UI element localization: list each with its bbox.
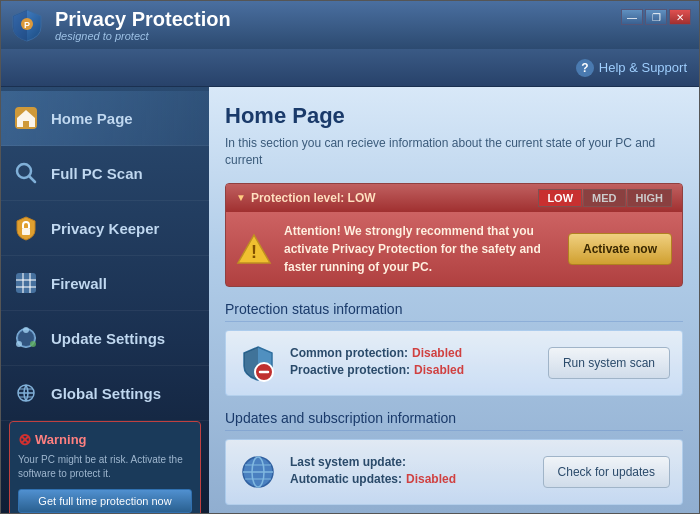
svg-text:P: P xyxy=(24,20,30,30)
app-logo: P xyxy=(9,7,45,43)
svg-rect-6 xyxy=(16,273,36,293)
main-area: Home Page Full PC Scan xyxy=(1,87,699,513)
updates-section: Updates and subscription information xyxy=(225,410,683,505)
sidebar-item-update[interactable]: Update Settings xyxy=(1,311,209,366)
status-section: Protection status information Common pro… xyxy=(225,301,683,396)
status-details: Common protection: Disabled Proactive pr… xyxy=(290,346,536,380)
close-button[interactable]: ✕ xyxy=(669,9,691,25)
global-icon xyxy=(11,378,41,408)
activate-now-button[interactable]: Activate now xyxy=(568,233,672,265)
run-scan-button[interactable]: Run system scan xyxy=(548,347,670,379)
protection-status-icon xyxy=(238,343,278,383)
level-arrow-icon: ▼ xyxy=(236,192,246,203)
svg-rect-5 xyxy=(22,228,30,235)
last-update-row: Last system update: xyxy=(290,455,531,469)
main-window: P Privacy Protection designed to protect… xyxy=(0,0,700,514)
help-bar: ? Help & Support xyxy=(1,49,699,87)
app-subtitle: designed to protect xyxy=(55,30,231,42)
svg-text:!: ! xyxy=(251,242,257,262)
page-title: Home Page xyxy=(225,103,683,129)
badge-high: HIGH xyxy=(627,189,673,207)
window-controls: — ❐ ✕ xyxy=(621,9,691,25)
protection-message: Attention! We strongly recommend that yo… xyxy=(284,222,556,276)
sidebar-item-privacy-label: Privacy Keeper xyxy=(51,220,159,237)
status-section-title: Protection status information xyxy=(225,301,683,322)
update-icon xyxy=(11,323,41,353)
title-text: Privacy Protection designed to protect xyxy=(55,8,231,42)
sidebar-item-firewall-label: Firewall xyxy=(51,275,107,292)
badge-med: MED xyxy=(583,189,625,207)
sidebar-item-firewall[interactable]: Firewall xyxy=(1,256,209,311)
updates-icon xyxy=(238,452,278,492)
protection-level-bar: ▼ Protection level: LOW LOW MED HIGH xyxy=(226,184,682,212)
updates-details: Last system update: Automatic updates: D… xyxy=(290,455,531,489)
sidebar-item-privacy[interactable]: Privacy Keeper xyxy=(1,201,209,256)
app-title: Privacy Protection xyxy=(55,8,231,30)
sidebar-item-update-label: Update Settings xyxy=(51,330,165,347)
content-area: Home Page In this section you can reciev… xyxy=(209,87,699,513)
minimize-button[interactable]: — xyxy=(621,9,643,25)
warning-title: ⊗ Warning xyxy=(18,430,192,449)
sidebar-item-global-label: Global Settings xyxy=(51,385,161,402)
check-updates-button[interactable]: Check for updates xyxy=(543,456,670,488)
svg-point-13 xyxy=(23,327,29,333)
status-card: Common protection: Disabled Proactive pr… xyxy=(225,330,683,396)
sidebar-item-global[interactable]: Global Settings xyxy=(1,366,209,421)
updates-card: Last system update: Automatic updates: D… xyxy=(225,439,683,505)
firewall-icon xyxy=(11,268,41,298)
warning-triangle-icon: ! xyxy=(236,231,272,267)
sidebar-warning-box: ⊗ Warning Your PC might be at risk. Acti… xyxy=(9,421,201,513)
common-protection-row: Common protection: Disabled xyxy=(290,346,536,360)
protect-button[interactable]: Get full time protection now xyxy=(18,489,192,513)
warning-x-icon: ⊗ xyxy=(18,430,31,449)
protection-level-text: ▼ Protection level: LOW xyxy=(236,191,376,205)
auto-updates-row: Automatic updates: Disabled xyxy=(290,472,531,486)
svg-line-4 xyxy=(29,176,35,182)
help-support-link[interactable]: ? Help & Support xyxy=(576,59,687,77)
scan-icon xyxy=(11,158,41,188)
svg-point-14 xyxy=(30,341,36,347)
svg-point-15 xyxy=(16,341,22,347)
sidebar-item-home-label: Home Page xyxy=(51,110,133,127)
sidebar-item-scan[interactable]: Full PC Scan xyxy=(1,146,209,201)
protection-content: ! Attention! We strongly recommend that … xyxy=(226,212,682,286)
restore-button[interactable]: ❐ xyxy=(645,9,667,25)
badge-low: LOW xyxy=(538,189,582,207)
home-icon xyxy=(11,103,41,133)
proactive-protection-row: Proactive protection: Disabled xyxy=(290,363,536,377)
help-support-label: Help & Support xyxy=(599,60,687,75)
sidebar: Home Page Full PC Scan xyxy=(1,87,209,513)
title-bar: P Privacy Protection designed to protect… xyxy=(1,1,699,49)
sidebar-item-scan-label: Full PC Scan xyxy=(51,165,143,182)
protection-banner: ▼ Protection level: LOW LOW MED HIGH ! xyxy=(225,183,683,287)
privacy-icon xyxy=(11,213,41,243)
level-badges: LOW MED HIGH xyxy=(538,189,672,207)
updates-section-title: Updates and subscription information xyxy=(225,410,683,431)
warning-message: Your PC might be at risk. Activate the s… xyxy=(18,453,192,481)
help-icon: ? xyxy=(576,59,594,77)
page-description: In this section you can recieve informat… xyxy=(225,135,683,169)
sidebar-item-home[interactable]: Home Page xyxy=(1,91,209,146)
